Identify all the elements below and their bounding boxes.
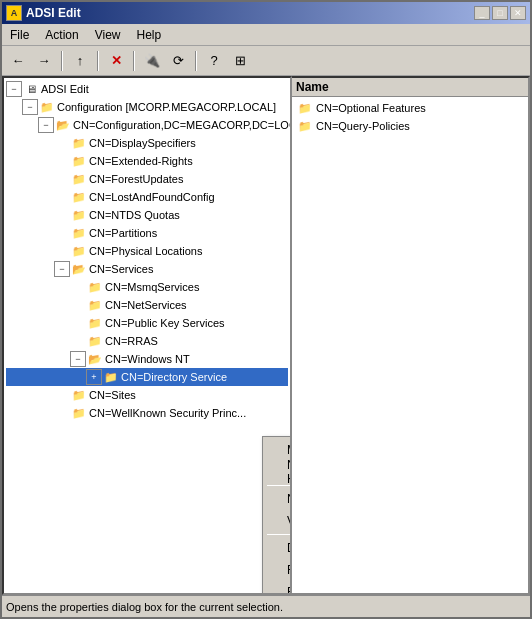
tree-label-cn-ntds: CN=NTDS Quotas [89,209,180,221]
folder-icon-optional: 📁 [298,102,312,115]
tree-item-cn-ntds[interactable]: 📁 CN=NTDS Quotas [6,206,288,224]
tree-item-cn-pubkey[interactable]: 📁 CN=Public Key Services [6,314,288,332]
folder-icon-cn-services: 📂 [71,261,87,277]
folder-icon-cn-net: 📁 [87,297,103,313]
ctx-delete[interactable]: Delete [263,537,292,559]
folder-icon-cn-extended: 📁 [71,153,87,169]
ctx-refresh[interactable]: Refresh [263,581,292,595]
list-item-query[interactable]: 📁 CN=Query-Policies [294,117,526,135]
menu-help[interactable]: Help [129,26,170,44]
window-controls: _ □ ✕ [474,6,526,20]
folder-icon-cn-sites: 📁 [71,387,87,403]
tree-item-cn-partitions[interactable]: 📁 CN=Partitions [6,224,288,242]
tree-item-cn-display[interactable]: 📁 CN=DisplaySpecifiers [6,134,288,152]
tree-item-cn-physical[interactable]: 📁 CN=Physical Locations [6,242,288,260]
ctx-view-label: View [287,514,292,528]
tree-item-cn-services[interactable]: − 📂 CN=Services [6,260,288,278]
expander-cn-dirserv[interactable]: + [86,369,102,385]
expander-cn-config[interactable]: − [38,117,54,133]
tree-item-cn-wellknown[interactable]: 📁 CN=WellKnown Security Princ... [6,404,288,422]
grid-button[interactable]: ⊞ [228,49,252,73]
list-label-optional: CN=Optional Features [316,102,426,114]
expander-adsi-root[interactable]: − [6,81,22,97]
tree-label-cn-net: CN=NetServices [105,299,187,311]
tree-item-cn-sites[interactable]: 📁 CN=Sites [6,386,288,404]
ctx-rename-label: Rename [287,563,292,577]
tree-item-cn-dirserv[interactable]: + 📁 CN=Directory Service [6,368,288,386]
folder-icon-cn-msmq: 📁 [87,279,103,295]
folder-icon-configuration: 📁 [39,99,55,115]
folder-icon-cn-dirserv: 📁 [103,369,119,385]
app-icon: A [6,5,22,21]
tree-label-cn-partitions: CN=Partitions [89,227,157,239]
delete-button[interactable]: ✕ [104,49,128,73]
tree-label-cn-pubkey: CN=Public Key Services [105,317,225,329]
connect-button[interactable]: 🔌 [140,49,164,73]
tree-label-cn-sites: CN=Sites [89,389,136,401]
tree-item-adsi-root[interactable]: − 🖥 ADSI Edit [6,80,288,98]
toolbar-sep-1 [61,51,63,71]
help-button[interactable]: ? [202,49,226,73]
folder-icon-cn-partitions: 📁 [71,225,87,241]
menu-bar: File Action View Help [2,24,530,46]
status-bar: Opens the properties dialog box for the … [2,595,530,617]
expander-cn-services[interactable]: − [54,261,70,277]
ctx-sep-2 [267,534,292,535]
ctx-new-conn[interactable]: New Connection from Here [263,461,292,483]
tree-item-cn-rras[interactable]: 📁 CN=RRAS [6,332,288,350]
tree-item-cn-config[interactable]: − 📂 CN=Configuration,DC=MEGACORP,DC=LOCA… [6,116,288,134]
forward-button[interactable]: → [32,49,56,73]
folder-icon-query: 📁 [298,120,312,133]
ctx-refresh-label: Refresh [287,585,292,595]
ctx-delete-label: Delete [287,541,292,555]
tree-label-cn-windows: CN=Windows NT [105,353,190,365]
folder-icon-cn-windows: 📂 [87,351,103,367]
tree-label-cn-lost: CN=LostAndFoundConfig [89,191,215,203]
tree-label-cn-physical: CN=Physical Locations [89,245,202,257]
expander-cn-windows[interactable]: − [70,351,86,367]
tree-label-cn-dirserv: CN=Directory Service [121,371,227,383]
tree-label-cn-display: CN=DisplaySpecifiers [89,137,196,149]
folder-icon-adsi-root: 🖥 [23,81,39,97]
tree-label-cn-extended: CN=Extended-Rights [89,155,193,167]
tree-item-cn-net[interactable]: 📁 CN=NetServices [6,296,288,314]
refresh-button[interactable]: ⟳ [166,49,190,73]
tree-item-configuration[interactable]: − 📁 Configuration [MCORP.MEGACORP.LOCAL] [6,98,288,116]
tree-item-cn-extended[interactable]: 📁 CN=Extended-Rights [6,152,288,170]
ctx-new-conn-label: New Connection from Here [287,458,292,486]
tree-label-cn-config: CN=Configuration,DC=MEGACORP,DC=LOCAL [73,119,292,131]
tree-label-cn-forest: CN=ForestUpdates [89,173,183,185]
ctx-rename[interactable]: Rename [263,559,292,581]
toolbar-sep-3 [133,51,135,71]
expander-configuration[interactable]: − [22,99,38,115]
menu-view[interactable]: View [87,26,129,44]
folder-icon-cn-display: 📁 [71,135,87,151]
window-title: ADSI Edit [26,6,470,20]
right-panel: Name 📁 CN=Optional Features 📁 CN=Query-P… [292,76,530,595]
toolbar: ← → ↑ ✕ 🔌 ⟳ ? ⊞ [2,46,530,76]
list-item-optional[interactable]: 📁 CN=Optional Features [294,99,526,117]
folder-icon-cn-ntds: 📁 [71,207,87,223]
toolbar-sep-2 [97,51,99,71]
status-text: Opens the properties dialog box for the … [6,601,283,613]
menu-file[interactable]: File [2,26,37,44]
ctx-new[interactable]: New [263,488,292,510]
tree-item-cn-forest[interactable]: 📁 CN=ForestUpdates [6,170,288,188]
back-button[interactable]: ← [6,49,30,73]
close-button[interactable]: ✕ [510,6,526,20]
menu-action[interactable]: Action [37,26,86,44]
tree-item-cn-lost[interactable]: 📁 CN=LostAndFoundConfig [6,188,288,206]
tree-item-cn-windows[interactable]: − 📂 CN=Windows NT [6,350,288,368]
ctx-view[interactable]: View [263,510,292,532]
tree-label-cn-services: CN=Services [89,263,154,275]
minimize-button[interactable]: _ [474,6,490,20]
folder-icon-cn-physical: 📁 [71,243,87,259]
tree-label-adsi-root: ADSI Edit [41,83,89,95]
tree-item-cn-msmq[interactable]: 📁 CN=MsmqServices [6,278,288,296]
ctx-move-label: Move [287,443,292,457]
folder-icon-cn-config: 📂 [55,117,71,133]
maximize-button[interactable]: □ [492,6,508,20]
list-label-query: CN=Query-Policies [316,120,410,132]
folder-icon-cn-forest: 📁 [71,171,87,187]
up-button[interactable]: ↑ [68,49,92,73]
